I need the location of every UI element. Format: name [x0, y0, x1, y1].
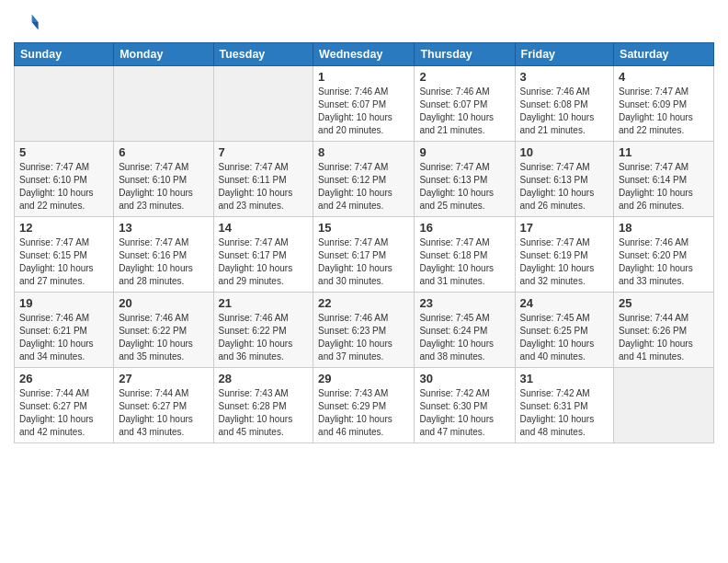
calendar-cell	[15, 66, 114, 142]
day-info: Sunrise: 7:42 AM Sunset: 6:30 PM Dayligh…	[419, 387, 509, 439]
day-number: 4	[619, 70, 709, 84]
day-info: Sunrise: 7:47 AM Sunset: 6:15 PM Dayligh…	[19, 236, 108, 288]
page: SundayMondayTuesdayWednesdayThursdayFrid…	[0, 0, 728, 563]
day-info: Sunrise: 7:46 AM Sunset: 6:07 PM Dayligh…	[318, 86, 409, 137]
calendar-cell: 6Sunrise: 7:47 AM Sunset: 6:10 PM Daylig…	[114, 142, 213, 217]
calendar-cell: 21Sunrise: 7:46 AM Sunset: 6:22 PM Dayli…	[213, 293, 313, 368]
calendar-week-4: 19Sunrise: 7:46 AM Sunset: 6:21 PM Dayli…	[15, 293, 714, 368]
day-info: Sunrise: 7:45 AM Sunset: 6:24 PM Dayligh…	[419, 312, 509, 363]
day-number: 7	[219, 145, 309, 159]
svg-marker-0	[32, 15, 39, 22]
day-info: Sunrise: 7:46 AM Sunset: 6:22 PM Dayligh…	[119, 312, 208, 363]
day-number: 20	[119, 296, 208, 310]
calendar: SundayMondayTuesdayWednesdayThursdayFrid…	[14, 42, 714, 443]
day-number: 2	[419, 70, 509, 84]
day-number: 22	[318, 296, 409, 310]
day-info: Sunrise: 7:42 AM Sunset: 6:31 PM Dayligh…	[520, 387, 609, 439]
calendar-cell: 31Sunrise: 7:42 AM Sunset: 6:31 PM Dayli…	[515, 368, 614, 443]
calendar-cell: 4Sunrise: 7:47 AM Sunset: 6:09 PM Daylig…	[614, 66, 714, 142]
calendar-cell: 17Sunrise: 7:47 AM Sunset: 6:19 PM Dayli…	[515, 217, 614, 293]
calendar-cell: 25Sunrise: 7:44 AM Sunset: 6:26 PM Dayli…	[614, 293, 714, 368]
day-info: Sunrise: 7:47 AM Sunset: 6:13 PM Dayligh…	[520, 161, 609, 213]
calendar-cell: 9Sunrise: 7:47 AM Sunset: 6:13 PM Daylig…	[415, 142, 515, 217]
header	[14, 9, 714, 35]
logo-icon	[14, 9, 40, 35]
day-info: Sunrise: 7:46 AM Sunset: 6:07 PM Dayligh…	[419, 86, 509, 137]
calendar-cell: 28Sunrise: 7:43 AM Sunset: 6:28 PM Dayli…	[213, 368, 313, 443]
day-info: Sunrise: 7:46 AM Sunset: 6:08 PM Dayligh…	[520, 86, 609, 137]
day-info: Sunrise: 7:43 AM Sunset: 6:29 PM Dayligh…	[318, 387, 409, 439]
calendar-cell: 2Sunrise: 7:46 AM Sunset: 6:07 PM Daylig…	[415, 66, 515, 142]
calendar-cell: 1Sunrise: 7:46 AM Sunset: 6:07 PM Daylig…	[313, 66, 415, 142]
calendar-cell: 27Sunrise: 7:44 AM Sunset: 6:27 PM Dayli…	[114, 368, 213, 443]
calendar-cell: 14Sunrise: 7:47 AM Sunset: 6:17 PM Dayli…	[213, 217, 313, 293]
day-number: 19	[19, 296, 108, 310]
calendar-cell: 26Sunrise: 7:44 AM Sunset: 6:27 PM Dayli…	[15, 368, 114, 443]
calendar-cell: 16Sunrise: 7:47 AM Sunset: 6:18 PM Dayli…	[415, 217, 515, 293]
day-number: 24	[520, 296, 609, 310]
day-number: 28	[219, 372, 309, 385]
day-info: Sunrise: 7:47 AM Sunset: 6:11 PM Dayligh…	[219, 161, 309, 213]
column-header-wednesday: Wednesday	[313, 43, 415, 66]
column-header-friday: Friday	[515, 43, 614, 66]
day-number: 26	[19, 372, 108, 385]
day-number: 11	[619, 145, 709, 159]
column-header-thursday: Thursday	[415, 43, 515, 66]
day-info: Sunrise: 7:47 AM Sunset: 6:13 PM Dayligh…	[419, 161, 509, 213]
day-info: Sunrise: 7:44 AM Sunset: 6:27 PM Dayligh…	[119, 387, 208, 439]
day-number: 5	[19, 145, 108, 159]
calendar-cell: 22Sunrise: 7:46 AM Sunset: 6:23 PM Dayli…	[313, 293, 415, 368]
day-number: 15	[318, 221, 409, 235]
day-info: Sunrise: 7:47 AM Sunset: 6:14 PM Dayligh…	[619, 161, 709, 213]
day-info: Sunrise: 7:45 AM Sunset: 6:25 PM Dayligh…	[520, 312, 609, 363]
day-number: 18	[619, 221, 709, 235]
calendar-cell: 11Sunrise: 7:47 AM Sunset: 6:14 PM Dayli…	[614, 142, 714, 217]
day-info: Sunrise: 7:47 AM Sunset: 6:17 PM Dayligh…	[219, 236, 309, 288]
calendar-header-row: SundayMondayTuesdayWednesdayThursdayFrid…	[15, 43, 714, 66]
day-info: Sunrise: 7:46 AM Sunset: 6:20 PM Dayligh…	[619, 236, 709, 288]
calendar-cell: 15Sunrise: 7:47 AM Sunset: 6:17 PM Dayli…	[313, 217, 415, 293]
calendar-week-1: 1Sunrise: 7:46 AM Sunset: 6:07 PM Daylig…	[15, 66, 714, 142]
day-info: Sunrise: 7:44 AM Sunset: 6:26 PM Dayligh…	[619, 312, 709, 363]
day-number: 31	[520, 372, 609, 385]
day-info: Sunrise: 7:47 AM Sunset: 6:10 PM Dayligh…	[19, 161, 108, 213]
day-number: 21	[219, 296, 309, 310]
calendar-cell: 19Sunrise: 7:46 AM Sunset: 6:21 PM Dayli…	[15, 293, 114, 368]
calendar-cell: 29Sunrise: 7:43 AM Sunset: 6:29 PM Dayli…	[313, 368, 415, 443]
day-info: Sunrise: 7:46 AM Sunset: 6:23 PM Dayligh…	[318, 312, 409, 363]
day-number: 3	[520, 70, 609, 84]
svg-marker-1	[32, 22, 39, 29]
day-info: Sunrise: 7:47 AM Sunset: 6:17 PM Dayligh…	[318, 236, 409, 288]
calendar-cell: 7Sunrise: 7:47 AM Sunset: 6:11 PM Daylig…	[213, 142, 313, 217]
calendar-week-5: 26Sunrise: 7:44 AM Sunset: 6:27 PM Dayli…	[15, 368, 714, 443]
calendar-cell: 12Sunrise: 7:47 AM Sunset: 6:15 PM Dayli…	[15, 217, 114, 293]
calendar-cell: 13Sunrise: 7:47 AM Sunset: 6:16 PM Dayli…	[114, 217, 213, 293]
day-info: Sunrise: 7:47 AM Sunset: 6:10 PM Dayligh…	[119, 161, 208, 213]
calendar-week-2: 5Sunrise: 7:47 AM Sunset: 6:10 PM Daylig…	[15, 142, 714, 217]
calendar-cell: 20Sunrise: 7:46 AM Sunset: 6:22 PM Dayli…	[114, 293, 213, 368]
calendar-cell	[213, 66, 313, 142]
day-number: 9	[419, 145, 509, 159]
calendar-cell: 8Sunrise: 7:47 AM Sunset: 6:12 PM Daylig…	[313, 142, 415, 217]
day-info: Sunrise: 7:47 AM Sunset: 6:18 PM Dayligh…	[419, 236, 509, 288]
day-info: Sunrise: 7:46 AM Sunset: 6:22 PM Dayligh…	[219, 312, 309, 363]
day-number: 1	[318, 70, 409, 84]
day-number: 29	[318, 372, 409, 385]
calendar-week-3: 12Sunrise: 7:47 AM Sunset: 6:15 PM Dayli…	[15, 217, 714, 293]
day-info: Sunrise: 7:47 AM Sunset: 6:19 PM Dayligh…	[520, 236, 609, 288]
day-info: Sunrise: 7:47 AM Sunset: 6:12 PM Dayligh…	[318, 161, 409, 213]
day-info: Sunrise: 7:47 AM Sunset: 6:16 PM Dayligh…	[119, 236, 208, 288]
day-info: Sunrise: 7:47 AM Sunset: 6:09 PM Dayligh…	[619, 86, 709, 137]
calendar-cell	[114, 66, 213, 142]
day-number: 16	[419, 221, 509, 235]
day-info: Sunrise: 7:43 AM Sunset: 6:28 PM Dayligh…	[219, 387, 309, 439]
day-number: 17	[520, 221, 609, 235]
day-number: 10	[520, 145, 609, 159]
day-number: 8	[318, 145, 409, 159]
calendar-cell: 23Sunrise: 7:45 AM Sunset: 6:24 PM Dayli…	[415, 293, 515, 368]
column-header-monday: Monday	[114, 43, 213, 66]
day-number: 6	[119, 145, 208, 159]
calendar-cell: 18Sunrise: 7:46 AM Sunset: 6:20 PM Dayli…	[614, 217, 714, 293]
column-header-tuesday: Tuesday	[213, 43, 313, 66]
column-header-saturday: Saturday	[614, 43, 714, 66]
